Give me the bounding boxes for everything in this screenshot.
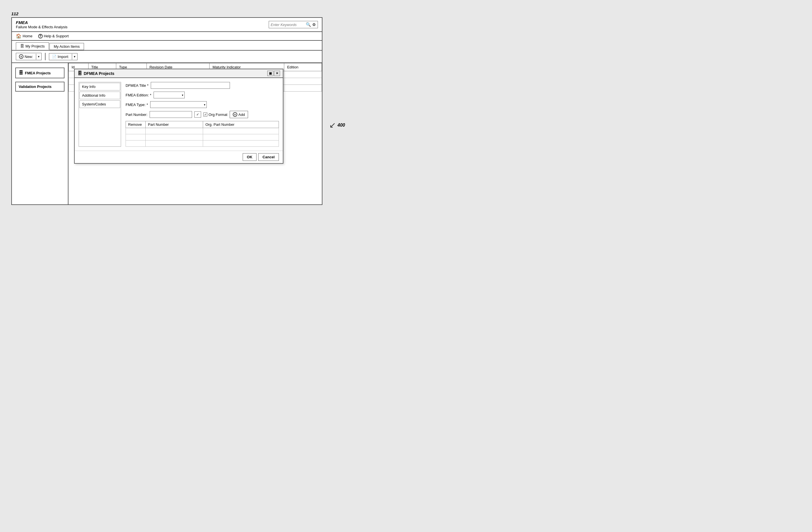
fmea-type-row: FMEA Type: * ▾ [126,101,279,108]
help-label: Help & Support [44,34,69,38]
main-window: FMEA Failure Mode & Effects Analysis 🔍 ⚙… [11,17,322,205]
app-subtitle: Failure Mode & Effects Analysis [16,25,68,29]
annotation-400: ↙ 400 [329,120,345,130]
import-button[interactable]: 📄 Import: [49,54,72,60]
tab-my-projects[interactable]: 🗄 My Projects [16,42,49,50]
dfmea-modal: 🗄 DFMEA Projects ▣ ✕ [74,69,284,164]
fmea-projects-button[interactable]: 🗄 FMEA Projects [15,68,64,78]
parts-table: Remove Part Number Org. Part Number [126,121,279,147]
new-label: New: [25,55,33,59]
modal-right-panel: DFMEA Title * FMEA Edition: * [126,82,279,147]
org-format-checkbox[interactable]: ✓ [203,113,207,117]
modal-footer: OK Cancel [75,151,283,163]
fmea-projects-db-icon: 🗄 [19,70,23,75]
new-dropdown[interactable]: ▾ [36,54,41,60]
annotation-label: 400 [337,123,345,128]
nav-help[interactable]: ? Help & Support [38,34,69,39]
nav-home[interactable]: 🏠 Home [16,33,32,39]
modal-title: DFMEA Projects [84,71,114,76]
toolbar-separator [45,53,45,60]
parts-col-part-number: Part Number [146,121,203,128]
settings-icon[interactable]: ⚙ [312,22,316,27]
part-number-input[interactable] [150,111,192,118]
new-btn-group: + New: ▾ [16,53,42,60]
search-icons: 🔍 ⚙ [306,22,316,27]
search-icon[interactable]: 🔍 [306,22,311,27]
new-button[interactable]: + New: [16,53,36,60]
modal-tab-key-info[interactable]: Key Info [79,83,120,90]
tabs-bar: 🗄 My Projects My Action Items [12,41,322,50]
parts-table-row [126,128,279,134]
home-label: Home [23,34,32,38]
fmea-edition-row: FMEA Edition: * ▾ [126,92,279,98]
part-number-check-button[interactable]: ✓ [194,112,201,118]
validation-projects-button[interactable]: Validation Projects [15,82,64,92]
import-btn-group: 📄 Import: ▾ [49,53,77,60]
annotation-arrow: ↙ [329,120,336,130]
search-input[interactable] [271,23,305,27]
part-number-label: Part Number: [126,113,147,117]
ok-button[interactable]: OK [243,153,257,161]
modal-left-panel: Key Info Additional Info System/Codes [78,82,121,147]
tab-my-action-items[interactable]: My Action Items [49,43,84,50]
part-number-row: Part Number: ✓ ✓ Org Format + [126,111,279,118]
validation-projects-label: Validation Projects [19,85,52,89]
cancel-button[interactable]: Cancel [258,153,279,161]
org-format-checkbox-label: ✓ Org Format [203,113,227,117]
parts-col-remove: Remove [126,121,146,128]
fmea-edition-select[interactable]: ▾ [154,92,185,98]
fmea-type-dropdown-arrow: ▾ [204,103,205,106]
toolbar: + New: ▾ 📄 Import: ▾ [12,50,322,63]
app-title-block: FMEA Failure Mode & Effects Analysis [16,20,68,29]
fmea-edition-label: FMEA Edition: * [126,93,151,97]
fmea-edition-dropdown-arrow: ▾ [182,93,183,97]
dfmea-title-row: DFMEA Title * [126,82,279,89]
app-title: FMEA [16,20,68,25]
help-icon: ? [38,34,43,39]
modal-tab-additional-info[interactable]: Additional Info [79,92,120,99]
modal-overlay: 🗄 DFMEA Projects ▣ ✕ [74,69,319,202]
add-plus-icon: + [233,112,237,117]
search-area: 🔍 ⚙ [269,21,318,28]
nav-bar: 🏠 Home ? Help & Support [12,32,322,41]
modal-controls: ▣ ✕ [267,71,280,76]
dfmea-title-input[interactable] [151,82,230,89]
fmea-projects-label: FMEA Projects [25,71,50,75]
modal-header-left: 🗄 DFMEA Projects [77,71,114,76]
modal-restore-button[interactable]: ▣ [267,71,274,76]
app-header: FMEA Failure Mode & Effects Analysis 🔍 ⚙ [12,18,322,32]
my-projects-db-icon: 🗄 [20,44,24,48]
add-button[interactable]: + Add [230,111,248,118]
dfmea-title-label: DFMEA Title * [126,84,148,88]
table-area: Id Title Type Revision Date Maturity Ind… [69,63,322,204]
modal-close-button[interactable]: ✕ [274,71,280,76]
content-area: 🗄 FMEA Projects Validation Projects Id T… [12,63,322,204]
my-action-items-label: My Action Items [54,44,80,49]
diagram-ref-label: 112 [11,11,801,16]
parts-table-row [126,134,279,141]
fmea-type-select[interactable]: ▾ [150,101,207,108]
modal-body: Key Info Additional Info System/Codes DF… [75,78,283,151]
new-plus-icon: + [19,54,24,59]
home-icon: 🏠 [16,33,21,39]
modal-header: 🗄 DFMEA Projects ▣ ✕ [75,69,283,78]
modal-db-icon: 🗄 [77,71,82,76]
fmea-type-label: FMEA Type: * [126,103,148,107]
my-projects-label: My Projects [26,44,45,48]
parts-table-row [126,141,279,147]
parts-col-org-part-number: Org. Part Number [203,121,279,128]
import-icon: 📄 [52,55,57,59]
import-label: Import: [58,55,69,59]
import-dropdown[interactable]: ▾ [72,54,77,60]
sidebar: 🗄 FMEA Projects Validation Projects [12,63,69,204]
modal-tab-system-codes[interactable]: System/Codes [79,100,120,108]
